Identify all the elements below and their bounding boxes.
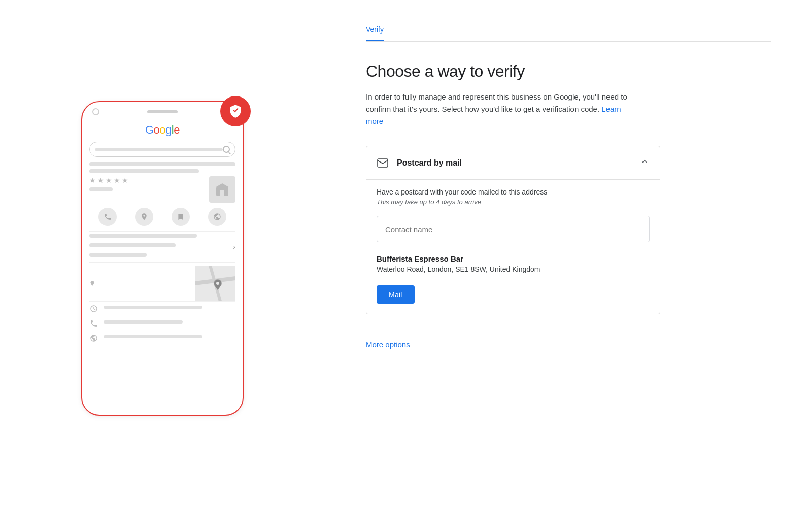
web-list-item xyxy=(89,331,235,345)
google-logo: Google xyxy=(82,123,243,137)
option-title: Postcard by mail xyxy=(397,158,462,168)
phone-speaker xyxy=(147,110,178,113)
shield-icon xyxy=(228,104,243,118)
phone-search-bar xyxy=(89,142,235,157)
chevron-up-icon xyxy=(639,156,650,169)
chevron-right-icon: › xyxy=(233,243,235,251)
circle-icons-row xyxy=(89,208,235,226)
phone-top xyxy=(82,102,243,119)
option-description: Have a postcard with your code mailed to… xyxy=(377,188,650,196)
svg-marker-1 xyxy=(215,183,229,187)
phone-content: ★ ★ ★ ★ ★ xyxy=(82,162,243,345)
phone-wrapper: Google ★ ★ ★ ★ xyxy=(81,101,244,416)
store-icon xyxy=(209,176,235,203)
business-name: Bufferista Espresso Bar xyxy=(377,254,650,263)
stars-store-row: ★ ★ ★ ★ ★ xyxy=(89,176,235,203)
right-panel: Verify Choose a way to verify In order t… xyxy=(325,0,812,517)
postcard-option: Postcard by mail Have a postcard with yo… xyxy=(366,146,660,314)
tab-bar: Verify xyxy=(366,25,771,42)
left-panel: Google ★ ★ ★ ★ xyxy=(0,0,325,517)
more-options-section: More options xyxy=(366,330,660,349)
stars-group: ★ ★ ★ ★ ★ xyxy=(89,176,128,184)
contact-name-input[interactable] xyxy=(377,216,650,242)
description-text: In order to fully manage and represent t… xyxy=(366,91,630,127)
more-options-link[interactable]: More options xyxy=(366,340,410,349)
phone-mockup: Google ★ ★ ★ ★ xyxy=(81,101,244,416)
web-circle-icon xyxy=(208,208,226,226)
svg-point-7 xyxy=(216,282,219,285)
more-info-row: › xyxy=(89,231,235,263)
page-title: Choose a way to verify xyxy=(366,62,771,81)
bookmark-circle-icon xyxy=(172,208,190,226)
tab-verify[interactable]: Verify xyxy=(366,25,384,41)
mail-envelope-icon xyxy=(377,157,389,169)
phone-list-item xyxy=(89,316,235,331)
clock-list-item xyxy=(89,301,235,316)
mail-button[interactable]: Mail xyxy=(377,285,415,304)
svg-rect-8 xyxy=(378,159,388,167)
phone-search-icon xyxy=(223,146,230,153)
business-address: Waterloo Road, London, SE1 8SW, United K… xyxy=(377,265,650,273)
option-header[interactable]: Postcard by mail xyxy=(366,146,660,179)
phone-camera xyxy=(92,108,99,115)
phone-circle-icon xyxy=(98,208,117,226)
map-area xyxy=(89,266,235,301)
map-thumbnail xyxy=(195,266,235,301)
svg-rect-2 xyxy=(220,190,224,196)
option-body: Have a postcard with your code mailed to… xyxy=(366,179,660,314)
navigate-circle-icon xyxy=(135,208,153,226)
option-note: This may take up to 4 days to arrive xyxy=(377,198,650,206)
shield-badge xyxy=(220,96,251,126)
